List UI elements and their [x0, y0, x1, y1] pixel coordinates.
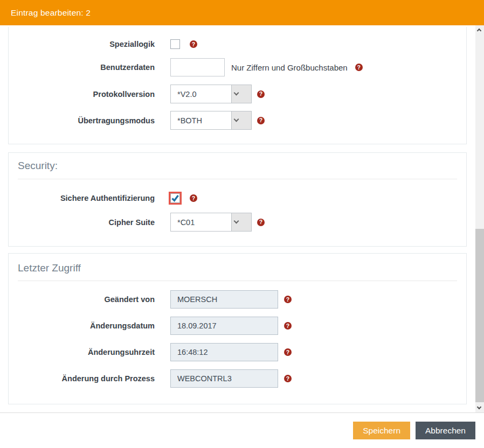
protokollversion-help-icon[interactable]: ? [257, 90, 265, 98]
uebertragungsmodus-row: Übertragungsmodus *BOTH ? [9, 111, 466, 130]
aenderungsdatum-help-icon[interactable]: ? [284, 322, 292, 330]
aenderung-prozess-help-icon[interactable]: ? [284, 375, 292, 382]
aenderung-prozess-field: WEBCONTRL3 [170, 369, 278, 388]
speziallogik-checkbox[interactable] [170, 39, 180, 49]
uebertragungsmodus-selected-value: *BOTH [171, 116, 202, 125]
aenderungsdatum-row: Änderungsdatum 18.09.2017 ? [9, 317, 466, 335]
chevron-down-icon [231, 213, 251, 231]
sichere-auth-help-icon[interactable]: ? [190, 194, 197, 202]
security-heading: Security: [18, 160, 58, 172]
aenderungsuhrzeit-label: Änderungsuhrzeit [9, 348, 155, 356]
security-card: Security: Sichere Authentifizierung ? Ci… [8, 152, 467, 247]
dialog-footer: Speichern Abbrechen [0, 412, 484, 448]
protokollversion-label: Protokollversion [9, 90, 155, 99]
cancel-button[interactable]: Abbrechen [416, 422, 475, 439]
cipher-suite-help-icon[interactable]: ? [257, 219, 265, 226]
cipher-suite-label: Cipher Suite [9, 218, 155, 227]
uebertragungsmodus-select[interactable]: *BOTH [170, 111, 252, 130]
aenderung-prozess-row: Änderung durch Prozess WEBCONTRL3 ? [9, 369, 466, 388]
section-divider [18, 179, 457, 179]
speziallogik-label: Speziallogik [9, 40, 155, 48]
aenderungsdatum-field: 18.09.2017 [170, 317, 278, 335]
geaendert-von-row: Geändert von MOERSCH ? [9, 290, 466, 309]
aenderungsuhrzeit-field: 16:48:12 [170, 343, 278, 361]
section-divider [18, 281, 457, 281]
scrollbar-thumb[interactable] [475, 229, 484, 402]
dialog-title: Eintrag bearbeiten: 2 [11, 8, 91, 18]
checkmark-icon [171, 194, 179, 202]
geaendert-von-label: Geändert von [9, 295, 155, 304]
uebertragungsmodus-help-icon[interactable]: ? [257, 117, 265, 124]
aenderungsuhrzeit-help-icon[interactable]: ? [284, 348, 292, 356]
geaendert-von-field: MOERSCH [170, 290, 278, 309]
chevron-down-icon [231, 111, 251, 129]
cipher-suite-select[interactable]: *C01 [170, 213, 252, 232]
sichere-auth-checkbox[interactable] [170, 193, 180, 203]
save-button[interactable]: Speichern [353, 422, 410, 439]
letzter-zugriff-heading: Letzter Zugriff [18, 262, 81, 274]
uebertragungsmodus-label: Übertragungsmodus [9, 116, 155, 125]
sichere-auth-row: Sichere Authentifizierung ? [9, 192, 466, 205]
protokollversion-selected-value: *V2.0 [171, 90, 196, 99]
aenderungsuhrzeit-row: Änderungsuhrzeit 16:48:12 ? [9, 343, 466, 361]
vertical-scrollbar[interactable] [475, 25, 484, 412]
geaendert-von-help-icon[interactable]: ? [284, 296, 292, 303]
benutzerdaten-hint: Nur Ziffern und Großbuchstaben [231, 63, 348, 72]
dialog-header: Eintrag bearbeiten: 2 [0, 0, 484, 25]
protokollversion-row: Protokollversion *V2.0 ? [9, 85, 466, 103]
sichere-auth-label: Sichere Authentifizierung [9, 194, 155, 202]
scroll-up-icon[interactable] [475, 25, 484, 34]
cipher-suite-row: Cipher Suite *C01 ? [9, 213, 466, 232]
edit-entry-dialog: Eintrag bearbeiten: 2 Speziallogik ? Ben… [0, 0, 484, 448]
chevron-down-icon [231, 85, 251, 103]
dialog-body: Speziallogik ? Benutzerdaten Nur Ziffern… [0, 25, 475, 412]
benutzerdaten-input[interactable] [170, 58, 225, 76]
cipher-suite-selected-value: *C01 [171, 218, 195, 227]
benutzerdaten-row: Benutzerdaten Nur Ziffern und Großbuchst… [9, 58, 466, 76]
aenderungsdatum-label: Änderungsdatum [9, 321, 155, 330]
speziallogik-help-icon[interactable]: ? [190, 40, 197, 48]
letzter-zugriff-card: Letzter Zugriff Geändert von MOERSCH ? Ä… [8, 253, 467, 404]
scroll-down-icon[interactable] [475, 403, 484, 412]
speziallogik-row: Speziallogik ? [9, 38, 466, 51]
benutzerdaten-label: Benutzerdaten [9, 63, 155, 72]
general-settings-card: Speziallogik ? Benutzerdaten Nur Ziffern… [8, 27, 467, 144]
aenderung-prozess-label: Änderung durch Prozess [9, 374, 155, 383]
benutzerdaten-help-icon[interactable]: ? [355, 64, 363, 71]
protokollversion-select[interactable]: *V2.0 [170, 85, 252, 103]
